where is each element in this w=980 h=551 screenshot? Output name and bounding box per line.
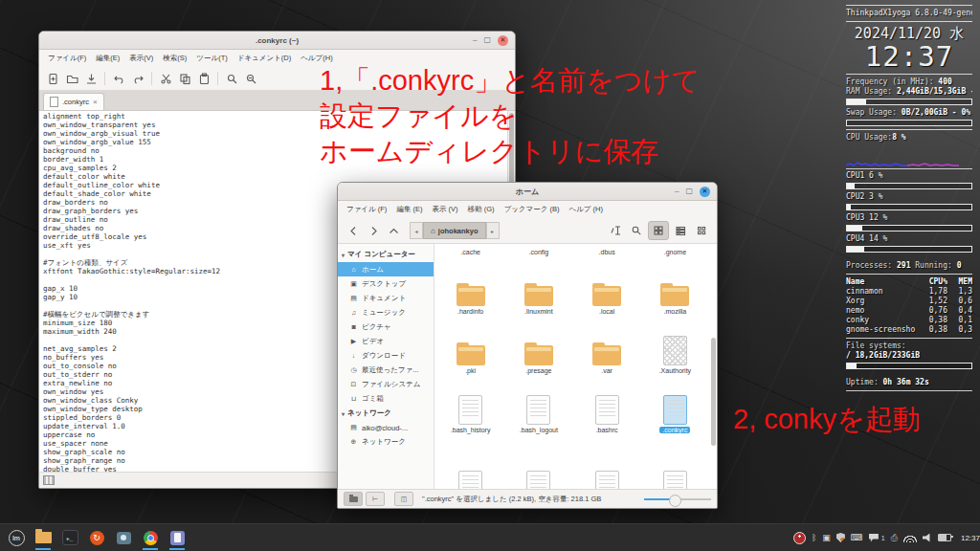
copy-icon[interactable] — [175, 70, 194, 87]
sidebar-item-network[interactable]: ⊕ネットワーク — [338, 434, 434, 449]
sidebar-item-filesystem[interactable]: ⊡ファイルシステム — [338, 377, 434, 391]
fm-titlebar[interactable]: ホーム – ▢ ✕ — [338, 183, 717, 201]
file-item[interactable]: .mozilla — [641, 256, 709, 316]
printer-icon[interactable]: ⎙ — [891, 533, 898, 542]
file-item[interactable]: .presage — [504, 316, 572, 375]
expander-icon[interactable]: ▾ — [342, 410, 345, 417]
sidebar-item-trash[interactable]: ⊔ゴミ箱 — [338, 391, 434, 406]
tab-close-icon[interactable]: × — [93, 98, 98, 106]
close-button[interactable]: ✕ — [498, 35, 508, 46]
path-segment-home[interactable]: ⌂ johokankyo — [423, 222, 486, 239]
grid-view-icon[interactable] — [648, 221, 669, 240]
maximize-button[interactable]: ▢ — [483, 36, 491, 44]
tab-width-icon[interactable] — [43, 475, 55, 485]
file-item[interactable] — [504, 434, 572, 489]
text-editor-launcher[interactable] — [166, 525, 189, 550]
wifi-icon[interactable] — [903, 534, 917, 542]
editor-titlebar[interactable]: .conkyrc (~) – ▢ ✕ — [39, 32, 515, 50]
file-item[interactable] — [641, 434, 709, 489]
list-view-icon[interactable] — [671, 222, 690, 239]
minimize-button[interactable]: – — [473, 36, 477, 44]
file-item[interactable]: .config — [504, 244, 572, 256]
show-places-button[interactable] — [344, 492, 363, 506]
menu-item[interactable]: ドキュメント(D) — [234, 52, 295, 65]
battery-icon[interactable] — [938, 534, 951, 541]
file-item[interactable]: .dbus — [573, 244, 641, 256]
terminal-launcher[interactable]: ▸_ — [58, 525, 81, 550]
keyboard-layout-icon[interactable]: ⌨ — [851, 533, 863, 542]
notification-icon[interactable] — [869, 534, 879, 542]
sidebar-item-music[interactable]: ♫ミュージック — [338, 305, 434, 320]
zoom-slider-knob[interactable] — [669, 495, 681, 507]
fm-scrollbar[interactable] — [711, 246, 716, 487]
zoom-slider[interactable] — [644, 493, 711, 506]
search-icon[interactable] — [222, 70, 241, 87]
file-item[interactable]: .pki — [436, 316, 504, 375]
sidebar-section-header[interactable]: ▾マイ コンピューター — [338, 247, 434, 262]
menu-item[interactable]: 移動 (G) — [464, 203, 499, 216]
sidebar-item-video[interactable]: ▶ビデオ — [338, 334, 434, 348]
path-prev-icon[interactable]: ◂ — [410, 222, 423, 239]
chrome-launcher[interactable] — [139, 525, 162, 550]
menu-item[interactable]: 検索(S) — [159, 52, 190, 65]
menu-item[interactable]: ブックマーク (B) — [500, 203, 563, 216]
open-file-icon[interactable] — [62, 70, 81, 87]
screenshot-timer-icon[interactable] — [793, 532, 806, 544]
sidebar-item-downloads[interactable]: ↓ダウンロード — [338, 348, 434, 363]
file-item[interactable]: .hardinfo — [436, 256, 504, 316]
file-item[interactable]: .gnome — [641, 244, 709, 256]
menu-item[interactable]: ファイル (F) — [343, 203, 390, 216]
timeshift-launcher[interactable]: ↻ — [85, 525, 108, 550]
menu-item[interactable]: 表示(V) — [125, 52, 157, 65]
forward-icon[interactable] — [364, 222, 383, 239]
update-shield-icon[interactable] — [836, 533, 845, 542]
minimize-button[interactable]: – — [675, 187, 679, 195]
toggle-sidebar-button[interactable]: ◫ — [394, 492, 413, 506]
sidebar-item-pictures[interactable]: ◙ピクチャ — [338, 320, 434, 334]
menu-item[interactable]: 表示 (V) — [428, 203, 461, 216]
sidebar-item-recent[interactable]: ◷最近使ったファ... — [338, 363, 434, 377]
file-item[interactable]: .conkyrc — [641, 375, 709, 434]
search-replace-icon[interactable] — [241, 70, 260, 87]
compact-view-icon[interactable] — [692, 222, 711, 239]
file-item[interactable]: .bash_history — [436, 375, 504, 434]
screenshot-tool-launcher[interactable] — [112, 525, 135, 550]
file-item[interactable] — [573, 434, 641, 489]
volume-muted-icon[interactable] — [923, 534, 932, 542]
maximize-button[interactable]: ▢ — [685, 187, 693, 195]
package-icon[interactable]: ▣ — [822, 533, 831, 542]
taskbar-clock[interactable]: 12:37 — [959, 534, 980, 542]
file-item[interactable]: .cache — [436, 244, 504, 256]
sidebar-item-documents[interactable]: ▤ドキュメント — [338, 291, 434, 305]
sidebar-section-header[interactable]: ▾ネットワーク — [338, 406, 434, 421]
menu-item[interactable]: 編集(E) — [92, 52, 123, 65]
path-next-icon[interactable]: ▸ — [486, 222, 500, 239]
file-item[interactable]: .local — [573, 256, 641, 316]
location-entry-icon[interactable] — [606, 222, 625, 239]
up-icon[interactable] — [384, 222, 403, 239]
menu-item[interactable]: ファイル(F) — [44, 52, 90, 65]
show-treeview-button[interactable]: ⊢ — [366, 492, 385, 506]
file-view[interactable]: .cache.config.dbus.gnome.hardinfo.linuxm… — [434, 244, 717, 489]
file-item[interactable]: .Xauthority — [641, 316, 709, 375]
sidebar-item-desktop[interactable]: ▣デスクトップ — [338, 276, 434, 291]
sidebar-item-home[interactable]: ⌂ホーム — [338, 262, 434, 276]
redo-icon[interactable] — [128, 70, 147, 87]
close-button[interactable]: ✕ — [700, 187, 710, 197]
file-item[interactable]: .bashrc — [573, 375, 641, 434]
undo-icon[interactable] — [109, 70, 128, 87]
file-item[interactable]: .var — [573, 316, 641, 375]
menu-item[interactable]: ヘルプ (H) — [565, 203, 607, 216]
menu-item[interactable]: ツール(T) — [192, 52, 231, 65]
cut-icon[interactable] — [156, 70, 175, 87]
paste-icon[interactable] — [194, 70, 213, 87]
expander-icon[interactable]: ▾ — [342, 252, 345, 258]
sidebar-item-server[interactable]: ▤aiko@cloud-... — [338, 421, 434, 434]
file-item[interactable]: .linuxmint — [504, 256, 572, 316]
new-document-icon[interactable] — [43, 70, 62, 87]
mint-menu-button[interactable]: lm — [5, 525, 28, 550]
tab-conkyrc[interactable]: .conkyrc × — [43, 93, 104, 110]
file-item[interactable] — [436, 434, 504, 489]
menu-item[interactable]: 編集 (E) — [392, 203, 426, 216]
back-icon[interactable] — [344, 222, 363, 239]
